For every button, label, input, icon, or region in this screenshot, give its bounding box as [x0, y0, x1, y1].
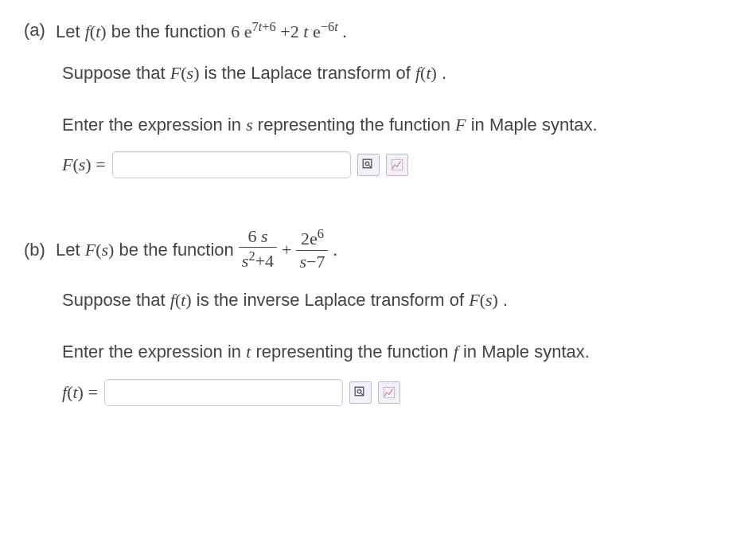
part-a-instruction: Enter the expression in s representing t… [62, 111, 732, 139]
fraction-1: 6 s s2+4 [239, 226, 277, 273]
part-a-answer-input[interactable] [112, 151, 351, 178]
part-b-answer-input[interactable] [104, 379, 343, 406]
magnify-icon [353, 385, 368, 400]
graph-icon [390, 158, 404, 172]
part-b-instruction: Enter the expression in t representing t… [62, 338, 732, 366]
part-b-answer-row: f(t) = [62, 379, 732, 406]
part-a-line2: Suppose that F(s) is the Laplace transfo… [62, 59, 732, 87]
part-a-answer-label: F(s) = [62, 154, 106, 175]
part-a-answer-row: F(s) = [62, 151, 732, 178]
part-a-block: (a)Let f(t) be the function 6 e7t+6 +2 t… [24, 16, 732, 178]
svg-point-5 [357, 389, 361, 393]
part-a-line1: (a)Let f(t) be the function 6 e7t+6 +2 t… [24, 16, 732, 46]
preview-icon[interactable] [357, 154, 380, 176]
svg-rect-3 [392, 159, 403, 170]
preview-icon[interactable] [349, 381, 372, 404]
part-b-line1: (b)Let F(s) be the function 6 s s2+4 + 2… [24, 226, 732, 273]
magnify-icon [361, 158, 376, 172]
part-b-label: (b) [24, 236, 56, 264]
plot-icon[interactable] [378, 381, 400, 404]
part-b-line2: Suppose that f(t) is the inverse Laplace… [62, 286, 732, 314]
part-b-block: (b)Let F(s) be the function 6 s s2+4 + 2… [24, 226, 732, 406]
svg-rect-7 [384, 387, 395, 398]
svg-point-1 [365, 162, 369, 166]
part-b-answer-label: f(t) = [62, 382, 98, 403]
fraction-2: 2e6 s−7 [296, 226, 328, 273]
graph-icon [382, 385, 396, 400]
part-a-label: (a) [24, 16, 56, 44]
plot-icon[interactable] [386, 154, 408, 176]
